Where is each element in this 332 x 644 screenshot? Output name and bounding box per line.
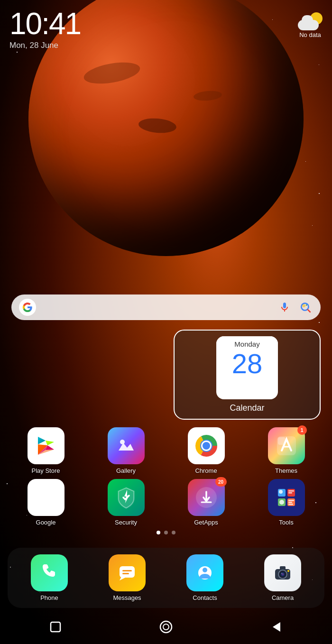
time-section: 10:41 Mon, 28 June	[9, 9, 81, 50]
app-grid-row1: Play Store Gallery	[0, 427, 332, 474]
dock-camera[interactable]: Camera	[246, 554, 320, 601]
cloud-main-icon	[298, 20, 319, 30]
google-logo	[19, 299, 36, 316]
gallery-icon	[108, 427, 145, 464]
svg-point-42	[281, 573, 282, 574]
app-security[interactable]: Security	[88, 479, 164, 526]
calendar-widget-area: Monday 28 Calendar	[0, 330, 332, 420]
messages-icon	[109, 554, 146, 591]
page-dot-3[interactable]	[172, 531, 175, 534]
svg-marker-4	[46, 441, 54, 445]
calendar-day-name: Monday	[216, 340, 278, 348]
lens-icon[interactable]	[298, 300, 313, 315]
gallery-label: Gallery	[116, 467, 136, 474]
contacts-icon	[186, 554, 223, 591]
nav-home-button[interactable]	[46, 617, 65, 636]
camera-icon	[264, 554, 301, 591]
contacts-label: Contacts	[193, 594, 217, 601]
svg-rect-25	[288, 492, 292, 494]
dock: Phone Messages	[8, 548, 324, 608]
dock-messages[interactable]: Messages	[90, 554, 164, 601]
svg-rect-17	[278, 437, 286, 445]
svg-rect-27	[288, 500, 294, 501]
weather-widget[interactable]: No data	[298, 12, 323, 38]
getapps-icon-wrapper: 20	[188, 479, 225, 516]
camera-label: Camera	[272, 594, 294, 601]
security-label: Security	[115, 519, 137, 526]
page-dot-1[interactable]	[157, 531, 160, 534]
svg-rect-44	[51, 622, 60, 632]
themes-badge: 1	[297, 425, 307, 435]
svg-point-45	[160, 621, 172, 633]
app-chrome[interactable]: Chrome	[168, 427, 244, 474]
app-play-store[interactable]: Play Store	[8, 427, 84, 474]
navigation-bar	[0, 614, 332, 644]
getapps-label: GetApps	[194, 519, 218, 526]
calendar-widget[interactable]: Monday 28 Calendar	[174, 330, 321, 420]
dock-phone[interactable]: Phone	[12, 554, 86, 601]
phone-icon	[31, 554, 68, 591]
app-google[interactable]: Google	[8, 479, 84, 526]
getapps-badge: 20	[215, 477, 227, 487]
svg-point-8	[114, 433, 138, 458]
clock: 10:41	[9, 9, 81, 39]
search-bar[interactable]	[11, 294, 321, 320]
date-display: Mon, 28 June	[9, 41, 81, 50]
nav-back-button[interactable]	[267, 617, 286, 636]
security-icon	[108, 479, 145, 516]
tools-icon	[268, 479, 305, 516]
svg-marker-47	[273, 622, 280, 632]
app-grid-row2: Google Security	[0, 479, 332, 526]
tools-label: Tools	[279, 519, 293, 526]
app-tools[interactable]: Tools	[248, 479, 324, 526]
chrome-icon	[188, 427, 225, 464]
status-bar: 10:41 Mon, 28 June No data	[0, 0, 332, 50]
google-icon	[28, 479, 65, 516]
nav-circle-button[interactable]	[157, 617, 175, 636]
svg-rect-28	[288, 502, 292, 503]
play-store-icon	[28, 427, 65, 464]
svg-rect-24	[288, 490, 294, 492]
themes-label: Themes	[275, 467, 297, 474]
svg-rect-32	[122, 570, 132, 571]
svg-point-35	[203, 568, 207, 572]
themes-icon-wrapper: 1	[268, 427, 305, 464]
svg-point-26	[279, 500, 284, 505]
svg-marker-2	[38, 437, 46, 444]
page-indicator	[0, 531, 332, 534]
calendar-label: Calendar	[230, 403, 264, 413]
svg-rect-29	[288, 504, 293, 505]
mic-icon[interactable]	[277, 300, 292, 315]
svg-point-15	[203, 442, 210, 450]
svg-rect-33	[122, 573, 129, 574]
app-themes[interactable]: 1 Themes	[248, 427, 324, 474]
svg-point-43	[287, 570, 289, 572]
dock-contacts[interactable]: Contacts	[168, 554, 242, 601]
svg-point-23	[279, 490, 283, 494]
play-store-label: Play Store	[32, 467, 60, 474]
svg-point-46	[163, 624, 169, 630]
weather-icon	[298, 12, 323, 30]
svg-rect-30	[120, 566, 135, 578]
svg-point-9	[120, 440, 125, 444]
phone-label: Phone	[40, 594, 58, 601]
app-getapps[interactable]: 20 GetApps	[168, 479, 244, 526]
messages-label: Messages	[113, 594, 141, 601]
screen-content: 10:41 Mon, 28 June No data	[0, 0, 332, 644]
app-gallery[interactable]: Gallery	[88, 427, 164, 474]
weather-label: No data	[299, 31, 321, 38]
chrome-label: Chrome	[195, 467, 217, 474]
google-label: Google	[36, 519, 56, 526]
calendar-inner: Monday 28	[216, 336, 278, 399]
svg-point-1	[303, 304, 306, 308]
search-bar-container	[0, 294, 332, 320]
page-dot-2[interactable]	[164, 531, 168, 534]
calendar-day-number: 28	[216, 350, 278, 379]
